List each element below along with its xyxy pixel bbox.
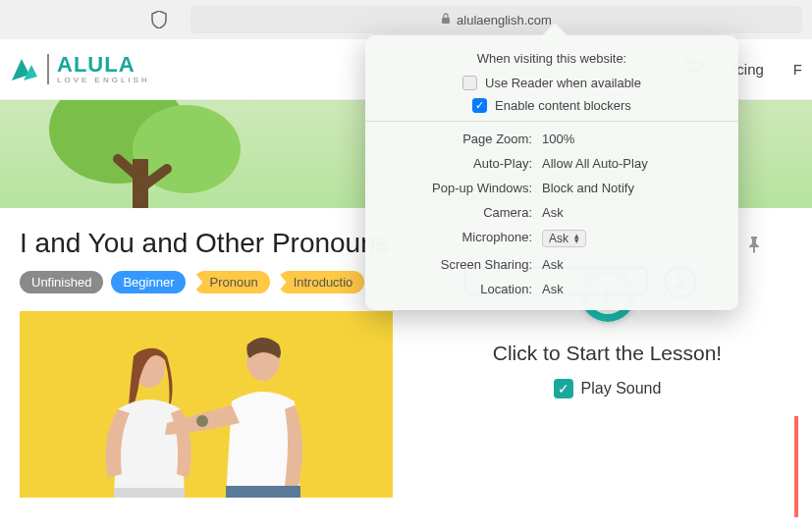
location-label: Location: <box>365 282 542 296</box>
popup-label: Pop-up Windows: <box>365 181 542 195</box>
popup-value[interactable]: Block and Notify <box>542 181 719 195</box>
tag-topic-pronoun[interactable]: Pronoun <box>193 271 269 293</box>
camera-label: Camera: <box>365 205 542 220</box>
tag-topic-introduction[interactable]: Introductio <box>278 271 365 293</box>
url-bar[interactable]: alulaenglish.com <box>190 6 802 33</box>
tree-illustration <box>39 100 255 208</box>
logo-title: ALULA <box>57 54 150 76</box>
tag-row: Unfinished Beginner Pronoun Introductio <box>20 271 393 293</box>
blockers-row[interactable]: ✓ Enable content blockers <box>365 98 738 113</box>
autoplay-value[interactable]: Allow All Auto-Play <box>542 156 719 171</box>
zoom-value[interactable]: 100% <box>542 132 719 146</box>
location-value[interactable]: Ask <box>542 282 719 296</box>
checkbox-unchecked-icon[interactable] <box>462 76 477 90</box>
screenshare-label: Screen Sharing: <box>365 257 542 272</box>
screenshare-value[interactable]: Ask <box>542 257 719 272</box>
tag-status[interactable]: Unfinished <box>20 271 103 293</box>
url-text: alulaenglish.com <box>457 13 552 27</box>
camera-value[interactable]: Ask <box>542 205 719 220</box>
tag-level[interactable]: Beginner <box>111 271 186 293</box>
svg-point-11 <box>196 415 208 427</box>
microphone-select[interactable]: Ask ▴▾ <box>542 230 719 247</box>
website-settings-popover: When visiting this website: Use Reader w… <box>365 35 738 310</box>
lock-icon <box>441 13 451 26</box>
checkbox-checked-icon: ✓ <box>554 379 573 398</box>
zoom-label: Page Zoom: <box>365 132 542 146</box>
checkbox-checked-icon[interactable]: ✓ <box>472 98 487 113</box>
nav-f[interactable]: F <box>793 61 802 78</box>
logo-subtitle: LOVE ENGLISH <box>57 76 150 84</box>
pin-icon[interactable] <box>745 236 763 257</box>
right-divider <box>794 416 798 517</box>
play-sound-label: Play Sound <box>581 380 662 397</box>
lesson-image <box>20 311 393 498</box>
play-sound-toggle[interactable]: ✓ Play Sound <box>554 379 662 398</box>
start-lesson-text: Click to Start the Lesson! <box>493 342 722 365</box>
reader-label: Use Reader when available <box>485 76 641 90</box>
chevron-updown-icon: ▴▾ <box>574 234 579 243</box>
blockers-label: Enable content blockers <box>495 98 631 113</box>
autoplay-label: Auto-Play: <box>365 156 542 171</box>
lesson-title: I and You and Other Pronouns <box>20 228 393 259</box>
svg-rect-8 <box>114 488 185 498</box>
logo-mark-icon <box>10 55 39 84</box>
browser-toolbar: alulaenglish.com <box>0 0 812 39</box>
reader-row[interactable]: Use Reader when available <box>365 76 738 90</box>
svg-rect-10 <box>226 486 300 498</box>
microphone-label: Microphone: <box>365 230 542 247</box>
privacy-shield-icon[interactable] <box>147 11 171 28</box>
svg-rect-6 <box>20 311 393 498</box>
logo[interactable]: ALULA LOVE ENGLISH <box>10 54 150 84</box>
svg-rect-0 <box>442 18 450 24</box>
popover-separator <box>365 121 738 122</box>
microphone-value: Ask <box>549 232 568 245</box>
popover-heading: When visiting this website: <box>365 35 738 76</box>
